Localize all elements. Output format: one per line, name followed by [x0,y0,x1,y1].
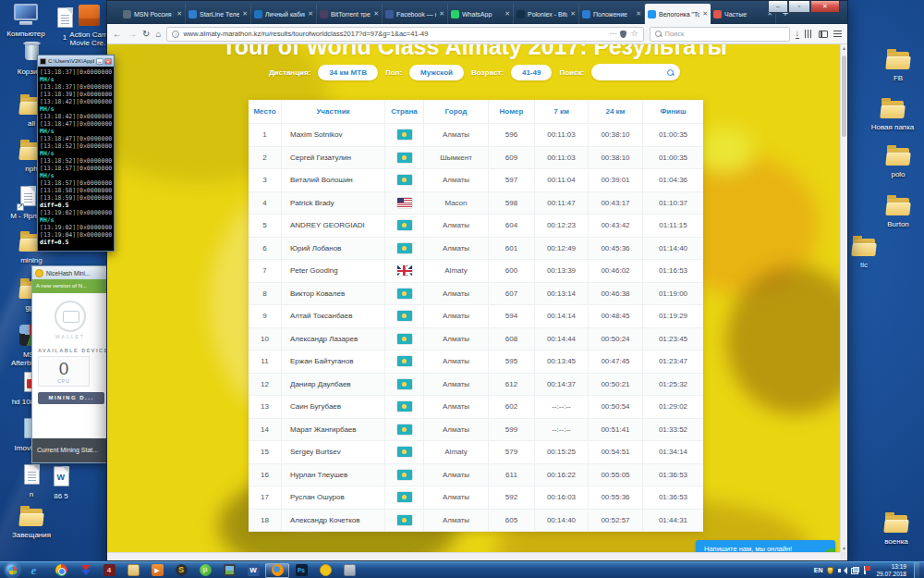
tab-close-icon[interactable]: ✕ [373,10,379,18]
table-row: 16Нурлан ТлеушевАлматы61100:16:2200:55:0… [249,464,703,487]
taskbar-nicehash-button[interactable] [313,563,337,578]
volume-icon[interactable] [838,567,846,574]
site-info-icon[interactable]: i [172,31,179,38]
cpu-device-card[interactable]: 0 CPU [38,356,90,387]
nicehash-titlebar[interactable]: NiceHash Mini... [32,266,108,279]
desktop-icon-folder[interactable]: polo [876,144,920,178]
device-unit: CPU [39,378,89,384]
desktop-icon-actioncam[interactable]: Action Cam Movie Cre.. [67,3,111,47]
taskbar-chrome-button[interactable] [49,563,73,578]
network-icon[interactable] [851,567,859,574]
browser-tab-3[interactable]: Личный кабин...✕ [251,4,317,24]
start-button[interactable] [6,563,19,577]
desktop-icon-folder[interactable]: FB [876,48,920,82]
filter-distance-value[interactable]: 34 км MTB [318,65,378,80]
reload-icon[interactable]: ↻ [142,30,150,39]
taskbar-s-app-button[interactable]: S [169,563,193,578]
desktop-icon-folder[interactable]: Burton [876,194,920,228]
console-titlebar[interactable]: C:\Users\V2K\AppData... – ✕ [38,55,114,67]
taskbar-downloader-button[interactable] [73,563,97,578]
tab-close-icon[interactable]: ✕ [636,10,641,18]
tab-close-icon[interactable]: ✕ [308,10,313,18]
action-center-flag-icon[interactable] [864,566,871,574]
country-cell [385,464,424,487]
nicehash-update-banner[interactable]: A new version of N... [32,279,108,293]
taskbar-photoshop-button[interactable]: Ps [289,563,313,578]
taskbar-ie-button[interactable]: e [25,563,49,578]
show-desktop-button[interactable] [914,562,919,578]
km7-cell: 00:11:04 [535,169,589,192]
city-cell: Алматы [424,396,489,419]
console-line: MH/s [40,216,114,224]
console-close-button[interactable]: ✕ [104,58,112,65]
maximize-button[interactable]: ▫ [788,1,810,13]
tab-close-icon[interactable]: ✕ [570,10,576,18]
browser-tab-8[interactable]: Положение✕ [579,4,645,24]
taskbar-firefox-button[interactable] [265,563,289,578]
filter-gender-value[interactable]: Мужской [409,65,464,80]
forward-icon[interactable]: → [128,30,137,39]
page-search-input[interactable] [591,64,680,80]
browser-tab-6[interactable]: WhatsApp✕ [448,4,514,24]
browser-tab-1[interactable]: MSN Россия | ...✕ [120,4,186,24]
taskbar-explorer-button[interactable] [121,563,145,578]
sidebar-icon[interactable] [819,31,828,38]
browser-tab-4[interactable]: BitTorrent тре...✕ [317,4,383,24]
tab-close-icon[interactable]: ✕ [702,10,708,18]
taskbar-utorrent-button[interactable]: µ [193,563,217,578]
menu-icon[interactable] [833,31,842,37]
bookmark-star-icon[interactable]: ☆ [630,30,638,38]
browser-tab-7[interactable]: Poloniex - Bitc...✕ [514,4,579,24]
browser-tab-10[interactable]: Частые✕ [711,4,776,24]
language-indicator[interactable]: EN [814,567,823,573]
desktop-icon-computer[interactable]: Компьютер [4,4,48,38]
library-icon[interactable] [805,30,813,38]
minimize-button[interactable]: – [768,1,788,13]
scroll-up-icon[interactable]: ▲ [841,45,847,51]
horizontal-scrollbar[interactable] [107,552,840,560]
tab-close-icon[interactable]: ✕ [176,10,182,18]
finish-cell: 01:36:53 [643,486,703,510]
browser-tab-2[interactable]: StarLine Телем...✕ [186,4,251,24]
taskbar-red-app-button[interactable]: 4 [97,563,121,578]
desktop-icon-folder[interactable]: военка [874,511,918,546]
browser-toolbar: ← → ↻ ⌂ i www.almaty-marathon.kz/ru/resu… [107,24,847,44]
desktop-icon-folder[interactable]: Новая папка [870,97,915,131]
tab-close-icon[interactable]: ✕ [505,10,510,18]
taskbar-photo-viewer-button[interactable] [217,563,241,578]
place-cell: 2 [249,147,282,170]
column-header: 24 км [589,100,643,124]
uac-shield-icon[interactable] [827,567,833,574]
browser-tab-5[interactable]: Facebook — в...✕ [383,4,448,24]
mining-button[interactable]: MINING D... [38,392,104,404]
url-text: www.almaty-marathon.kz/ru/results/tourof… [183,30,605,38]
desktop-icon-worddoc[interactable]: 86 5 [39,464,83,500]
taskbar-word-button[interactable]: W [241,563,265,578]
city-cell: Almaty [424,260,489,283]
city-cell: Almaty [424,441,489,464]
clock[interactable]: 13:19 29.07.2018 [876,563,906,577]
page-actions-icon[interactable]: ⋯ [609,31,616,38]
filter-age-value[interactable]: 41-49 [511,65,552,80]
taskbar-media-player-button[interactable]: ▶ [145,563,169,578]
downloads-icon[interactable]: ↓ [796,30,800,39]
search-bar[interactable]: Поиск [650,27,790,42]
tab-close-icon[interactable]: ✕ [242,10,248,18]
desktop-icon-folder[interactable]: tic [842,235,886,269]
vertical-scrollbar[interactable]: ▲ ▼ [840,44,847,552]
url-bar[interactable]: i www.almaty-marathon.kz/ru/results/tour… [166,27,643,42]
taskbar-gray-app-button[interactable] [337,563,361,578]
console-minimize-button[interactable]: – [96,58,103,65]
pocket-icon[interactable] [620,31,626,38]
city-cell: Алматы [424,374,489,397]
back-icon[interactable]: ← [113,30,122,39]
km24-cell: 00:43:17 [589,192,643,215]
close-button[interactable]: ✕ [810,1,840,13]
finish-cell: 01:10:37 [643,192,703,215]
scroll-down-icon[interactable]: ▼ [841,546,847,551]
tab-close-icon[interactable]: ✕ [439,10,444,18]
browser-tab-9[interactable]: Велогонка "To...✕ [645,4,711,24]
desktop-icon-folder[interactable]: Завещания [9,505,54,539]
scrollbar-thumb[interactable] [842,55,846,137]
home-icon[interactable]: ⌂ [155,30,161,39]
